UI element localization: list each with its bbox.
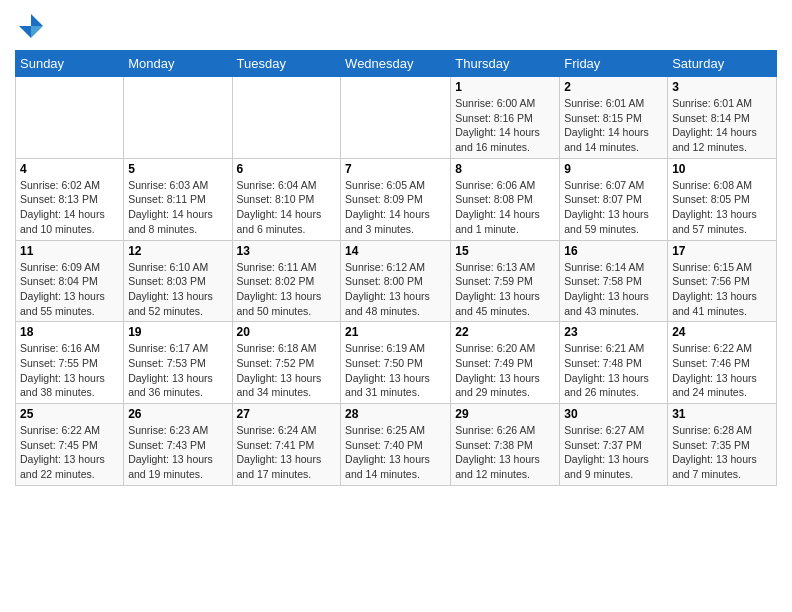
day-number: 2 <box>564 80 663 94</box>
cell-text: Sunrise: 6:13 AMSunset: 7:59 PMDaylight:… <box>455 261 540 317</box>
calendar-week: 1Sunrise: 6:00 AMSunset: 8:16 PMDaylight… <box>16 77 777 159</box>
calendar-week: 11Sunrise: 6:09 AMSunset: 8:04 PMDayligh… <box>16 240 777 322</box>
calendar-cell: 26Sunrise: 6:23 AMSunset: 7:43 PMDayligh… <box>124 404 232 486</box>
calendar-cell: 11Sunrise: 6:09 AMSunset: 8:04 PMDayligh… <box>16 240 124 322</box>
day-number: 30 <box>564 407 663 421</box>
day-number: 10 <box>672 162 772 176</box>
cell-text: Sunrise: 6:10 AMSunset: 8:03 PMDaylight:… <box>128 261 213 317</box>
cell-text: Sunrise: 6:15 AMSunset: 7:56 PMDaylight:… <box>672 261 757 317</box>
calendar-week: 18Sunrise: 6:16 AMSunset: 7:55 PMDayligh… <box>16 322 777 404</box>
day-number: 16 <box>564 244 663 258</box>
day-number: 26 <box>128 407 227 421</box>
day-number: 12 <box>128 244 227 258</box>
calendar-cell: 22Sunrise: 6:20 AMSunset: 7:49 PMDayligh… <box>451 322 560 404</box>
cell-text: Sunrise: 6:19 AMSunset: 7:50 PMDaylight:… <box>345 342 430 398</box>
cell-text: Sunrise: 6:02 AMSunset: 8:13 PMDaylight:… <box>20 179 105 235</box>
day-number: 19 <box>128 325 227 339</box>
calendar-cell: 13Sunrise: 6:11 AMSunset: 8:02 PMDayligh… <box>232 240 341 322</box>
day-number: 31 <box>672 407 772 421</box>
calendar: SundayMondayTuesdayWednesdayThursdayFrid… <box>15 50 777 486</box>
calendar-cell: 21Sunrise: 6:19 AMSunset: 7:50 PMDayligh… <box>341 322 451 404</box>
day-number: 11 <box>20 244 119 258</box>
cell-text: Sunrise: 6:22 AMSunset: 7:46 PMDaylight:… <box>672 342 757 398</box>
weekday-header: Saturday <box>668 51 777 77</box>
calendar-cell: 2Sunrise: 6:01 AMSunset: 8:15 PMDaylight… <box>560 77 668 159</box>
calendar-cell <box>16 77 124 159</box>
day-number: 29 <box>455 407 555 421</box>
cell-text: Sunrise: 6:09 AMSunset: 8:04 PMDaylight:… <box>20 261 105 317</box>
calendar-cell: 18Sunrise: 6:16 AMSunset: 7:55 PMDayligh… <box>16 322 124 404</box>
day-number: 18 <box>20 325 119 339</box>
calendar-cell: 19Sunrise: 6:17 AMSunset: 7:53 PMDayligh… <box>124 322 232 404</box>
calendar-cell: 24Sunrise: 6:22 AMSunset: 7:46 PMDayligh… <box>668 322 777 404</box>
cell-text: Sunrise: 6:17 AMSunset: 7:53 PMDaylight:… <box>128 342 213 398</box>
cell-text: Sunrise: 6:27 AMSunset: 7:37 PMDaylight:… <box>564 424 649 480</box>
calendar-cell: 30Sunrise: 6:27 AMSunset: 7:37 PMDayligh… <box>560 404 668 486</box>
day-number: 17 <box>672 244 772 258</box>
day-number: 23 <box>564 325 663 339</box>
calendar-week: 4Sunrise: 6:02 AMSunset: 8:13 PMDaylight… <box>16 158 777 240</box>
cell-text: Sunrise: 6:22 AMSunset: 7:45 PMDaylight:… <box>20 424 105 480</box>
day-number: 15 <box>455 244 555 258</box>
calendar-cell: 29Sunrise: 6:26 AMSunset: 7:38 PMDayligh… <box>451 404 560 486</box>
cell-text: Sunrise: 6:28 AMSunset: 7:35 PMDaylight:… <box>672 424 757 480</box>
cell-text: Sunrise: 6:08 AMSunset: 8:05 PMDaylight:… <box>672 179 757 235</box>
cell-text: Sunrise: 6:00 AMSunset: 8:16 PMDaylight:… <box>455 97 540 153</box>
cell-text: Sunrise: 6:06 AMSunset: 8:08 PMDaylight:… <box>455 179 540 235</box>
calendar-cell: 27Sunrise: 6:24 AMSunset: 7:41 PMDayligh… <box>232 404 341 486</box>
day-number: 5 <box>128 162 227 176</box>
cell-text: Sunrise: 6:12 AMSunset: 8:00 PMDaylight:… <box>345 261 430 317</box>
day-number: 13 <box>237 244 337 258</box>
day-number: 20 <box>237 325 337 339</box>
cell-text: Sunrise: 6:07 AMSunset: 8:07 PMDaylight:… <box>564 179 649 235</box>
cell-text: Sunrise: 6:21 AMSunset: 7:48 PMDaylight:… <box>564 342 649 398</box>
cell-text: Sunrise: 6:26 AMSunset: 7:38 PMDaylight:… <box>455 424 540 480</box>
day-number: 14 <box>345 244 446 258</box>
calendar-cell <box>341 77 451 159</box>
svg-marker-2 <box>19 26 31 38</box>
cell-text: Sunrise: 6:25 AMSunset: 7:40 PMDaylight:… <box>345 424 430 480</box>
calendar-cell: 23Sunrise: 6:21 AMSunset: 7:48 PMDayligh… <box>560 322 668 404</box>
svg-marker-0 <box>31 14 43 26</box>
day-number: 3 <box>672 80 772 94</box>
cell-text: Sunrise: 6:24 AMSunset: 7:41 PMDaylight:… <box>237 424 322 480</box>
cell-text: Sunrise: 6:11 AMSunset: 8:02 PMDaylight:… <box>237 261 322 317</box>
calendar-body: 1Sunrise: 6:00 AMSunset: 8:16 PMDaylight… <box>16 77 777 486</box>
weekday-header: Sunday <box>16 51 124 77</box>
calendar-cell: 16Sunrise: 6:14 AMSunset: 7:58 PMDayligh… <box>560 240 668 322</box>
page: SundayMondayTuesdayWednesdayThursdayFrid… <box>0 0 792 612</box>
cell-text: Sunrise: 6:01 AMSunset: 8:15 PMDaylight:… <box>564 97 649 153</box>
day-number: 8 <box>455 162 555 176</box>
day-number: 6 <box>237 162 337 176</box>
weekday-row: SundayMondayTuesdayWednesdayThursdayFrid… <box>16 51 777 77</box>
day-number: 1 <box>455 80 555 94</box>
calendar-cell: 14Sunrise: 6:12 AMSunset: 8:00 PMDayligh… <box>341 240 451 322</box>
calendar-cell <box>124 77 232 159</box>
cell-text: Sunrise: 6:20 AMSunset: 7:49 PMDaylight:… <box>455 342 540 398</box>
day-number: 27 <box>237 407 337 421</box>
calendar-cell: 20Sunrise: 6:18 AMSunset: 7:52 PMDayligh… <box>232 322 341 404</box>
cell-text: Sunrise: 6:04 AMSunset: 8:10 PMDaylight:… <box>237 179 322 235</box>
header <box>15 10 777 42</box>
calendar-cell: 1Sunrise: 6:00 AMSunset: 8:16 PMDaylight… <box>451 77 560 159</box>
svg-marker-1 <box>31 26 43 38</box>
logo-icon <box>15 10 47 42</box>
day-number: 28 <box>345 407 446 421</box>
day-number: 24 <box>672 325 772 339</box>
day-number: 22 <box>455 325 555 339</box>
calendar-cell: 7Sunrise: 6:05 AMSunset: 8:09 PMDaylight… <box>341 158 451 240</box>
weekday-header: Tuesday <box>232 51 341 77</box>
weekday-header: Thursday <box>451 51 560 77</box>
day-number: 21 <box>345 325 446 339</box>
calendar-cell: 4Sunrise: 6:02 AMSunset: 8:13 PMDaylight… <box>16 158 124 240</box>
cell-text: Sunrise: 6:18 AMSunset: 7:52 PMDaylight:… <box>237 342 322 398</box>
cell-text: Sunrise: 6:14 AMSunset: 7:58 PMDaylight:… <box>564 261 649 317</box>
day-number: 4 <box>20 162 119 176</box>
calendar-header: SundayMondayTuesdayWednesdayThursdayFrid… <box>16 51 777 77</box>
day-number: 9 <box>564 162 663 176</box>
weekday-header: Monday <box>124 51 232 77</box>
weekday-header: Wednesday <box>341 51 451 77</box>
cell-text: Sunrise: 6:05 AMSunset: 8:09 PMDaylight:… <box>345 179 430 235</box>
calendar-cell: 12Sunrise: 6:10 AMSunset: 8:03 PMDayligh… <box>124 240 232 322</box>
day-number: 25 <box>20 407 119 421</box>
